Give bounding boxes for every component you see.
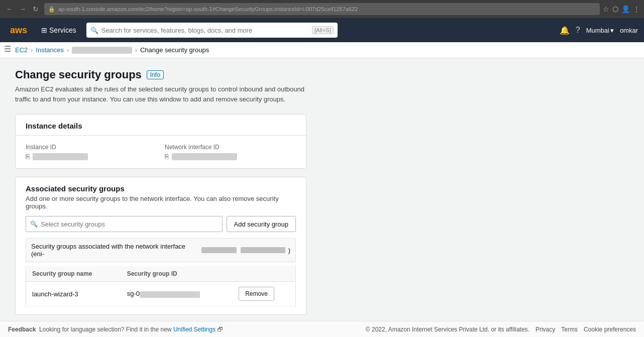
terms-link[interactable]: Terms: [561, 326, 578, 333]
instance-id-copy-icon[interactable]: ⎘: [26, 153, 30, 160]
ni-table-wrap: Security groups associated with the netw…: [16, 238, 306, 314]
username[interactable]: omkar: [620, 27, 638, 34]
services-label: Services: [49, 26, 76, 34]
page-title: Change security groups: [15, 68, 142, 81]
security-groups-card: Associated security groups Add one or mo…: [15, 177, 306, 315]
col-actions: [233, 266, 295, 282]
ni-header-prefix: Security groups associated with the netw…: [31, 243, 198, 258]
region-selector[interactable]: Mumbai ▾: [586, 27, 614, 34]
search-shortcut: [Alt+S]: [312, 26, 334, 34]
sg-remove-cell: Remove: [233, 282, 295, 306]
browser-actions: ☆ ⬡ 👤 ⋮: [603, 5, 640, 13]
sg-id-prefix: sg-0: [127, 290, 140, 297]
sg-search-input[interactable]: [41, 220, 218, 228]
search-icon: 🔍: [90, 27, 98, 34]
notifications-icon[interactable]: 🔔: [560, 26, 570, 35]
profile-icon[interactable]: 👤: [621, 5, 630, 13]
sg-search-icon: 🔍: [30, 220, 38, 228]
security-groups-description: Add one or more security groups to the n…: [16, 195, 306, 216]
instance-id-label: Instance ID: [26, 144, 157, 151]
footer-language-msg: Looking for language selection? Find it …: [39, 326, 172, 333]
breadcrumb-instances[interactable]: Instances: [36, 46, 64, 54]
cookie-pref-link[interactable]: Cookie preferences: [584, 326, 636, 333]
instance-id-value-row: ⎘: [26, 153, 157, 160]
search-input[interactable]: [101, 27, 309, 34]
navbar-right: 🔔 ? Mumbai ▾ omkar: [560, 26, 638, 35]
search-add-row: 🔍 Add security group: [16, 216, 306, 238]
page-title-row: Change security groups Info: [15, 68, 437, 81]
instance-details-card: Instance details Instance ID ⎘ Network i…: [15, 114, 306, 169]
chevron-down-icon: ▾: [610, 27, 614, 34]
breadcrumb-sep-2: ›: [67, 47, 69, 54]
refresh-button[interactable]: ↻: [30, 4, 41, 15]
search-bar[interactable]: 🔍 [Alt+S]: [86, 23, 338, 38]
sg-search-wrap[interactable]: 🔍: [26, 216, 223, 232]
extensions-icon[interactable]: ⬡: [612, 5, 618, 13]
network-interface-copy-icon[interactable]: ⎘: [165, 153, 169, 160]
ni-header-suffix: ): [288, 247, 290, 254]
network-interface-section: Network interface ID ⎘: [165, 144, 296, 160]
help-icon[interactable]: ?: [576, 26, 580, 35]
footer-copyright: © 2022, Amazon Internet Services Private…: [366, 326, 529, 333]
region-name: Mumbai: [586, 27, 609, 34]
breadcrumb-current: Change security groups: [140, 46, 209, 54]
address-bar[interactable]: 🔒 ap-south-1.console.amazon.com/ec2/home…: [44, 3, 600, 15]
info-badge[interactable]: Info: [147, 70, 164, 79]
back-button[interactable]: ←: [4, 4, 15, 15]
breadcrumb-sep-1: ›: [31, 47, 33, 54]
grid-icon: ⊞: [41, 26, 47, 34]
instance-details-body: Instance ID ⎘ Network interface ID ⎘: [16, 136, 306, 168]
breadcrumb-sep-3: ›: [135, 47, 137, 54]
feedback-label[interactable]: Feedback: [8, 326, 36, 333]
security-groups-title: Associated security groups: [26, 184, 125, 193]
instance-details-grid: Instance ID ⎘ Network interface ID ⎘: [26, 144, 296, 160]
table-row: launch-wizard-3 sg-0 Remove: [26, 282, 296, 306]
sg-name-cell: launch-wizard-3: [26, 282, 121, 306]
sg-id-cell: sg-0: [121, 282, 233, 306]
network-interface-value-row: ⎘: [165, 153, 296, 160]
main-content: Change security groups Info Amazon EC2 e…: [0, 58, 452, 337]
aws-logo-text: aws: [10, 25, 27, 36]
menu-icon[interactable]: ⋮: [633, 5, 640, 13]
bookmark-icon[interactable]: ☆: [603, 5, 609, 13]
ni-eni-id-part2: [241, 247, 285, 253]
nav-buttons: ← → ↻: [4, 4, 41, 15]
network-interface-value: [172, 153, 237, 160]
security-groups-header: Associated security groups: [16, 177, 306, 195]
privacy-link[interactable]: Privacy: [535, 326, 555, 333]
aws-logo[interactable]: aws: [6, 25, 31, 36]
url-text: ap-south-1.console.amazon.com/ec2/home?r…: [58, 6, 358, 12]
network-interface-label: Network interface ID: [165, 144, 296, 151]
forward-button[interactable]: →: [17, 4, 28, 15]
instance-details-header: Instance details: [16, 115, 306, 136]
sidebar-toggle[interactable]: ☰: [0, 42, 15, 56]
browser-bar: ← → ↻ 🔒 ap-south-1.console.amazon.com/ec…: [0, 0, 644, 18]
instance-id-section: Instance ID ⎘: [26, 144, 157, 160]
breadcrumb-ec2[interactable]: EC2: [15, 46, 28, 54]
breadcrumb: EC2 › Instances › › Change security grou…: [0, 42, 644, 58]
unified-settings-link[interactable]: Unified Settings: [173, 326, 216, 333]
lock-icon: 🔒: [48, 6, 55, 13]
services-button[interactable]: ⊞ Services: [37, 24, 80, 36]
security-groups-table: Security group name Security group ID la…: [26, 266, 296, 306]
table-header-row: Security group name Security group ID: [26, 266, 296, 282]
remove-button[interactable]: Remove: [239, 287, 274, 301]
col-sg-id: Security group ID: [121, 266, 233, 282]
col-sg-name: Security group name: [26, 266, 121, 282]
instance-id-value: [33, 153, 88, 160]
sg-id-redacted: [140, 291, 200, 298]
footer-right: © 2022, Amazon Internet Services Private…: [366, 326, 636, 333]
aws-navbar: aws ⊞ Services 🔍 [Alt+S] 🔔 ? Mumbai ▾ om…: [0, 18, 644, 42]
add-security-group-button[interactable]: Add security group: [227, 216, 296, 232]
ni-section-header: Security groups associated with the netw…: [26, 238, 296, 262]
page-description: Amazon EC2 evaluates all the rules of th…: [15, 84, 306, 104]
footer-bar: Feedback Looking for language selection?…: [0, 321, 644, 337]
breadcrumb-instance-id: [72, 47, 132, 54]
instance-details-title: Instance details: [26, 122, 82, 130]
ni-eni-id-part1: [201, 247, 236, 253]
